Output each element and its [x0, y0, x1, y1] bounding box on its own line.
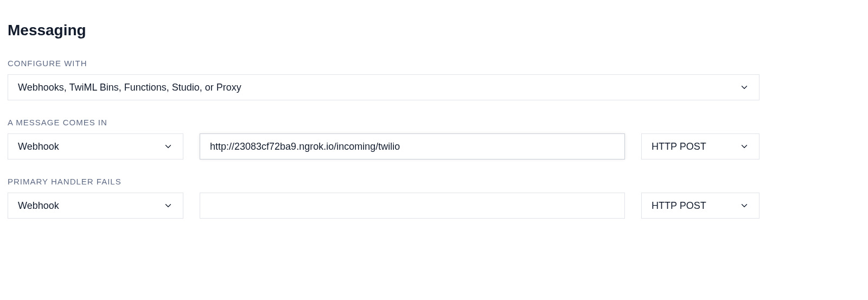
chevron-down-icon [739, 201, 749, 210]
message-comes-in-type-value: Webhook [18, 141, 59, 152]
configure-with-select[interactable]: Webhooks, TwiML Bins, Functions, Studio,… [8, 74, 760, 100]
section-title: Messaging [8, 22, 860, 39]
chevron-down-icon [163, 142, 173, 151]
primary-handler-fails-type-select[interactable]: Webhook [8, 193, 183, 219]
chevron-down-icon [163, 201, 173, 210]
primary-handler-fails-url-input[interactable] [200, 193, 625, 219]
configure-with-value: Webhooks, TwiML Bins, Functions, Studio,… [18, 82, 241, 93]
primary-handler-fails-method-value: HTTP POST [652, 200, 706, 212]
message-comes-in-method-select[interactable]: HTTP POST [641, 133, 760, 159]
chevron-down-icon [739, 142, 749, 151]
message-comes-in-type-select[interactable]: Webhook [8, 133, 183, 159]
configure-with-label: CONFIGURE WITH [8, 59, 760, 68]
chevron-down-icon [739, 82, 749, 92]
message-comes-in-method-value: HTTP POST [652, 141, 706, 152]
primary-handler-fails-method-select[interactable]: HTTP POST [641, 193, 760, 219]
primary-handler-fails-type-value: Webhook [18, 200, 59, 212]
message-comes-in-label: A MESSAGE COMES IN [8, 118, 860, 127]
primary-handler-fails-label: PRIMARY HANDLER FAILS [8, 177, 860, 186]
message-comes-in-url-input[interactable] [200, 133, 625, 159]
